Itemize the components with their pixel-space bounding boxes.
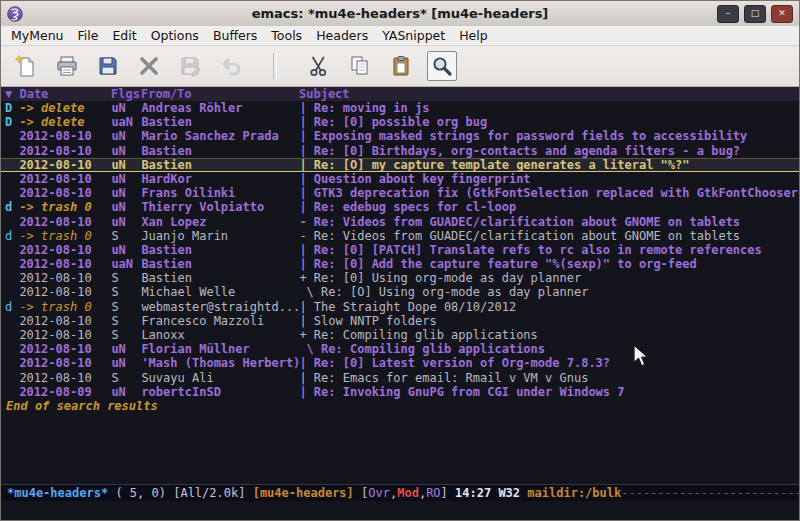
modeline[interactable]: *mu4e-headers* ( 5, 0) [All/2.0k] [mu4e-…	[1, 484, 799, 502]
message-from: Lanoxx	[141, 328, 299, 342]
menu-item-options[interactable]: Options	[144, 27, 206, 44]
message-list-area: D-> deleteuNAndreas Röhler| Re: moving i…	[1, 101, 799, 413]
message-subject: | Re: [O] my capture template generates …	[299, 158, 799, 172]
message-mark	[5, 257, 19, 271]
message-mark	[5, 144, 19, 158]
message-mark	[5, 342, 19, 356]
menu-item-help[interactable]: Help	[452, 27, 495, 44]
menu-item-file[interactable]: File	[71, 27, 106, 44]
message-date: 2012-08-10	[19, 342, 111, 356]
message-from: Thierry Volpiatto	[141, 200, 299, 214]
message-mark	[5, 328, 19, 342]
message-row[interactable]: D-> deleteuNAndreas Röhler| Re: moving i…	[1, 101, 799, 115]
menu-item-tools[interactable]: Tools	[264, 27, 309, 44]
message-subject: | The Straight Dope 08/10/2012	[299, 300, 799, 314]
message-date: 2012-08-09	[19, 385, 111, 399]
message-row[interactable]: 2012-08-10SSuvayu Ali| Re: Emacs for ema…	[1, 371, 799, 385]
message-row[interactable]: 2012-08-10uN'Mash (Thomas Herbert)| Re: …	[1, 356, 799, 370]
message-action: -> trash 0	[19, 229, 111, 243]
message-subject: | Re: edebug specs for cl-loop	[299, 200, 799, 214]
message-mark	[5, 172, 19, 186]
message-row[interactable]: d-> trash 0uNThierry Volpiatto| Re: edeb…	[1, 200, 799, 214]
message-subject: + Re: Compiling glib applications	[299, 328, 799, 342]
modeline-segment: [mu4e-headers]	[253, 486, 354, 500]
message-date: 2012-08-10	[19, 328, 111, 342]
message-mark	[5, 158, 19, 172]
message-from: Florian Müllner	[141, 342, 299, 356]
message-from: Francesco Mazzoli	[141, 314, 299, 328]
message-row[interactable]: 2012-08-09uNrobertcInSD| Re: Invoking Gn…	[1, 385, 799, 399]
message-from: Bastien	[141, 115, 299, 129]
menu-item-mymenu[interactable]: MyMenu	[4, 27, 71, 44]
column-date: ▼ Date	[5, 87, 111, 101]
message-row[interactable]: 2012-08-10SBastien+ Re: [0] Using org-mo…	[1, 271, 799, 285]
modeline-segment: 14:27	[455, 486, 491, 500]
menu-item-yasnippet[interactable]: YASnippet	[375, 27, 452, 44]
message-row[interactable]: 2012-08-10uNFlorian Müllner \ Re: Compil…	[1, 342, 799, 356]
modeline-segment	[245, 486, 252, 500]
message-row[interactable]: D-> deleteuaNBastien| Re: [0] possible o…	[1, 115, 799, 129]
message-from: Bastien	[141, 271, 299, 285]
message-row[interactable]: 2012-08-10SMichael Welle \ Re: [O] Using…	[1, 285, 799, 299]
copy-icon[interactable]	[345, 51, 375, 81]
message-row[interactable]: 2012-08-10uaNBastien| Re: [0] Add the ca…	[1, 257, 799, 271]
message-row[interactable]: d-> trash 0SJuanjo Marin- Re: Videos fro…	[1, 229, 799, 243]
message-action: -> delete	[19, 115, 111, 129]
search-icon[interactable]	[427, 51, 457, 81]
message-row[interactable]: d-> trash 0Swebmaster@straightd...| The …	[1, 300, 799, 314]
message-subject: | Re: Emacs for email: Rmail v VM v Gnus	[299, 371, 799, 385]
print-icon[interactable]	[52, 51, 82, 81]
minimize-button[interactable]: –	[717, 5, 739, 23]
message-row[interactable]: 2012-08-10SLanoxx+ Re: Compiling glib ap…	[1, 328, 799, 342]
emacs-icon	[7, 6, 23, 22]
modeline-segment: *mu4e-headers*	[7, 486, 108, 500]
close-buffer-icon[interactable]	[134, 51, 164, 81]
message-flags: uN	[111, 342, 141, 356]
paste-icon[interactable]	[386, 51, 416, 81]
message-flags: uN	[111, 200, 141, 214]
menu-item-buffers[interactable]: Buffers	[206, 27, 264, 44]
message-mark	[5, 371, 19, 385]
message-row[interactable]: 2012-08-10uNBastien| Re: [0] Birthdays, …	[1, 144, 799, 158]
toolbar	[1, 46, 799, 87]
message-mark	[5, 243, 19, 257]
message-row[interactable]: 2012-08-10uNBastien| Re: [0] [PATCH] Tra…	[1, 243, 799, 257]
new-file-icon[interactable]	[11, 51, 41, 81]
cut-icon[interactable]	[304, 51, 334, 81]
message-mark	[5, 215, 19, 229]
message-subject: | Re: [0] Add the capture feature "%(sex…	[299, 257, 799, 271]
message-subject: \ Re: [O] Using org-mode as day planner	[299, 285, 799, 299]
menu-item-headers[interactable]: Headers	[309, 27, 375, 44]
message-row[interactable]: 2012-08-10uNHardKor| Question about key …	[1, 172, 799, 186]
message-subject: \ Re: Compiling glib applications	[299, 342, 799, 356]
message-flags: uN	[111, 158, 141, 172]
message-mark: d	[5, 200, 19, 214]
mu4e-headers-buffer: ▼ Date Flgs From/To Subject D-> deleteuN…	[1, 87, 799, 520]
message-mark	[5, 186, 19, 200]
message-from: Frans Oilinki	[141, 186, 299, 200]
message-from: Andreas Röhler	[141, 101, 299, 115]
message-from: Michael Welle	[141, 285, 299, 299]
echo-area[interactable]	[1, 501, 799, 520]
menu-item-edit[interactable]: Edit	[105, 27, 143, 44]
modeline-segment: ]	[441, 486, 455, 500]
message-flags: uN	[111, 243, 141, 257]
message-row[interactable]: 2012-08-10uNFrans Oilinki| GTK3 deprecat…	[1, 186, 799, 200]
message-from: Xan Lopez	[141, 215, 299, 229]
message-from: HardKor	[141, 172, 299, 186]
save-icon[interactable]	[93, 51, 123, 81]
modeline-segment: ----------------------------------------	[621, 486, 799, 500]
message-from: Bastien	[141, 243, 299, 257]
message-row[interactable]: 2012-08-10uNXan Lopez- Re: Videos from G…	[1, 215, 799, 229]
message-subject: | Re: moving in js	[299, 101, 799, 115]
maximize-button[interactable]: □	[744, 5, 766, 23]
message-row[interactable]: 2012-08-10SFrancesco Mazzoli| Slow NNTP …	[1, 314, 799, 328]
message-row[interactable]: 2012-08-10uNBastien| Re: [O] my capture …	[1, 158, 799, 172]
message-flags: S	[111, 271, 141, 285]
close-button[interactable]: ✕	[771, 5, 793, 23]
message-subject: | Re: [0] Latest version of Org-mode 7.8…	[299, 356, 799, 370]
message-action: -> trash 0	[19, 300, 111, 314]
message-row[interactable]: 2012-08-10uNMario Sanchez Prada| Exposin…	[1, 129, 799, 143]
message-from: Bastien	[141, 144, 299, 158]
message-mark: D	[5, 115, 19, 129]
